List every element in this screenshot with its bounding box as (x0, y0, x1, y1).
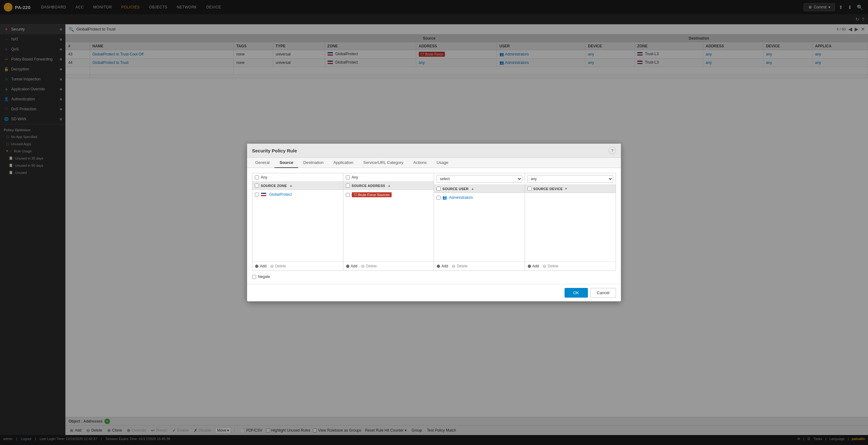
zone-any-label: Any (261, 175, 267, 179)
modal-title: Security Policy Rule (252, 148, 297, 153)
device-header-label: SOURCE DEVICE (533, 187, 563, 191)
addr-header-label: SOURCE ADDRESS (352, 184, 385, 187)
device-add-btn[interactable]: ⊕ Add (527, 264, 539, 269)
addr-item-bruteforce: 🛡 Brute Force Sources (343, 191, 434, 199)
user-header-label: SOURCE USER (442, 187, 469, 191)
zone-items: GlobalProtect (252, 190, 343, 262)
negate-label: Negate (258, 274, 270, 279)
device-sort-icon: ▾ (565, 187, 567, 190)
user-add-label: Add (441, 264, 448, 268)
addr-add-label: Add (351, 264, 358, 268)
zone-header-label: SOURCE ZONE (261, 184, 287, 187)
user-header-row: SOURCE USER ▲ (434, 185, 525, 193)
modal-tab-usage[interactable]: Usage (432, 158, 453, 168)
source-device-col: any SOURCE DEVICE ▾ ⊕ Add (525, 173, 616, 270)
source-grid: Any SOURCE ZONE ▲ GlobalProtect (252, 173, 616, 271)
modal-tab-destination[interactable]: Destination (298, 158, 329, 168)
addr-add-icon: ⊕ (346, 264, 349, 269)
zone-header-row: SOURCE ZONE ▲ (252, 182, 343, 190)
user-add-icon: ⊕ (436, 264, 440, 269)
brute-force-tag: 🛡 Brute Force Sources (352, 192, 392, 197)
zone-add-btn[interactable]: ⊕ Add (255, 264, 267, 269)
zone-del-label: Delete (275, 264, 286, 268)
modal-tabs: General Source Destination Application S… (247, 158, 621, 168)
ok-button[interactable]: OK (564, 288, 588, 298)
addr-del-btn[interactable]: ⊖ Delete (361, 264, 377, 269)
device-del-label: Delete (548, 264, 559, 268)
addr-sort-icon: ▲ (388, 184, 391, 187)
modal-body: Any SOURCE ZONE ▲ GlobalProtect (247, 168, 621, 284)
modal-footer: OK Cancel (247, 284, 621, 301)
addr-item-checkbox-bruteforce[interactable] (346, 193, 350, 197)
zone-item-checkbox-globalprotect[interactable] (255, 192, 259, 197)
negate-checkbox[interactable] (252, 275, 256, 279)
addr-any-row: Any (343, 173, 434, 182)
admins-icon: 👥 (442, 196, 447, 200)
modal-tab-service-url[interactable]: Service/URL Category (358, 158, 408, 168)
addr-header-checkbox[interactable] (346, 183, 350, 187)
zone-add-label: Add (260, 264, 267, 268)
user-item-checkbox-admins[interactable] (436, 196, 440, 200)
zone-header-checkbox[interactable] (255, 183, 259, 187)
user-item-admins: 👥 Administrators (434, 194, 525, 201)
addr-any-label: Any (352, 175, 358, 179)
modal-help-btn[interactable]: ? (609, 147, 616, 154)
modal-header: Security Policy Rule ? (247, 144, 621, 158)
zone-add-icon: ⊕ (255, 264, 258, 269)
source-address-col: Any SOURCE ADDRESS ▲ 🛡 Brute Force Sourc… (343, 173, 434, 270)
brute-force-shield-icon: 🛡 (354, 193, 358, 197)
zone-del-icon: ⊖ (270, 264, 274, 269)
addr-del-icon: ⊖ (361, 264, 365, 269)
modal-tab-application[interactable]: Application (329, 158, 358, 168)
user-del-label: Delete (457, 264, 468, 268)
user-sort-icon: ▲ (471, 187, 474, 190)
device-add-row: ⊕ Add ⊖ Delete (525, 262, 616, 270)
user-del-btn[interactable]: ⊖ Delete (452, 264, 468, 269)
addr-add-row: ⊕ Add ⊖ Delete (343, 262, 434, 270)
user-any-row: select any (434, 173, 525, 185)
globalprotect-flag (261, 192, 267, 196)
device-header-checkbox[interactable] (527, 187, 531, 191)
device-del-icon: ⊖ (543, 264, 547, 269)
globalprotect-link[interactable]: GlobalProtect (269, 192, 292, 197)
security-policy-rule-modal: Security Policy Rule ? General Source De… (247, 144, 621, 301)
user-add-row: ⊕ Add ⊖ Delete (434, 262, 525, 270)
device-del-btn[interactable]: ⊖ Delete (543, 264, 559, 269)
device-header-row: SOURCE DEVICE ▾ (525, 185, 616, 193)
device-any-row: any (525, 173, 616, 185)
addr-del-label: Delete (366, 264, 377, 268)
zone-item-globalprotect: GlobalProtect (252, 191, 343, 198)
modal-tab-actions[interactable]: Actions (408, 158, 432, 168)
zone-any-checkbox[interactable] (255, 175, 259, 179)
user-header-checkbox[interactable] (436, 187, 440, 191)
source-user-col: select any SOURCE USER ▲ 👥 Administ (434, 173, 525, 270)
source-zone-col: Any SOURCE ZONE ▲ GlobalProtect (252, 173, 343, 270)
zone-del-btn[interactable]: ⊖ Delete (270, 264, 286, 269)
modal-tab-general[interactable]: General (250, 158, 275, 168)
modal-overlay: Security Policy Rule ? General Source De… (0, 0, 868, 443)
zone-add-row: ⊕ Add ⊖ Delete (252, 262, 343, 270)
zone-sort-icon: ▲ (289, 184, 292, 187)
device-select-dropdown[interactable]: any (527, 175, 614, 183)
addr-header-row: SOURCE ADDRESS ▲ (343, 182, 434, 190)
admins-link[interactable]: Administrators (449, 196, 473, 200)
modal-tab-source[interactable]: Source (275, 158, 298, 168)
device-add-icon: ⊕ (527, 264, 531, 269)
addr-items: 🛡 Brute Force Sources (343, 190, 434, 262)
addr-add-btn[interactable]: ⊕ Add (346, 264, 358, 269)
negate-area: Negate (252, 274, 616, 279)
user-items: 👥 Administrators (434, 193, 525, 262)
user-del-icon: ⊖ (452, 264, 456, 269)
device-add-label: Add (532, 264, 539, 268)
device-items (525, 193, 616, 262)
user-select-dropdown[interactable]: select any (436, 175, 522, 183)
cancel-button[interactable]: Cancel (590, 288, 616, 298)
user-add-btn[interactable]: ⊕ Add (436, 264, 448, 269)
addr-any-checkbox[interactable] (346, 175, 350, 179)
zone-any-row: Any (252, 173, 343, 182)
